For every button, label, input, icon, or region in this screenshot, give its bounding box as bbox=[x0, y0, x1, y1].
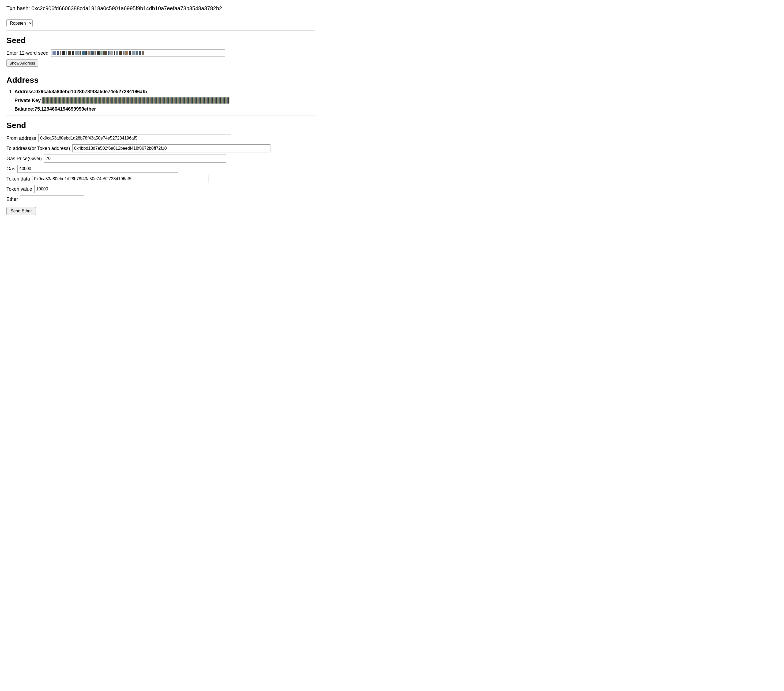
gas-price-row: Gas Price(Gwei) bbox=[7, 155, 315, 163]
px bbox=[66, 51, 67, 55]
from-address-row: From address bbox=[7, 134, 315, 142]
balance-value: 75.1294664194699999ether bbox=[35, 106, 96, 112]
txn-hash-value: 0xc2c906fd6606388cda1918a0c5901a6995f9b1… bbox=[31, 5, 222, 11]
to-address-label: To address(or Token address) bbox=[7, 146, 70, 151]
seed-section: Seed Enter 12-word seed bbox=[7, 36, 315, 67]
address-value: 0x9ca53a80ebd1d28b78f43a50e74e527284196a… bbox=[35, 89, 147, 94]
px bbox=[114, 51, 115, 55]
px bbox=[110, 51, 113, 55]
seed-section-title: Seed bbox=[7, 36, 315, 45]
token-data-row: Token data bbox=[7, 175, 315, 183]
divider-1 bbox=[7, 16, 315, 16]
gas-label: Gas bbox=[7, 166, 15, 172]
send-btn-row: Send Ether bbox=[7, 205, 315, 215]
divider-2 bbox=[7, 30, 315, 31]
px bbox=[91, 51, 94, 55]
txn-hash: Txn hash: 0xc2c906fd6606388cda1918a0c590… bbox=[7, 5, 315, 12]
show-address-button[interactable]: Show Address bbox=[7, 59, 38, 67]
to-address-input[interactable] bbox=[72, 144, 270, 152]
seed-input-visual[interactable] bbox=[51, 49, 225, 57]
to-address-row: To address(or Token address) bbox=[7, 144, 315, 152]
px bbox=[97, 51, 100, 55]
token-value-input[interactable] bbox=[34, 185, 216, 193]
px bbox=[103, 51, 107, 55]
gas-input[interactable] bbox=[17, 165, 178, 173]
divider-3 bbox=[7, 70, 315, 70]
px bbox=[79, 51, 81, 55]
px bbox=[57, 51, 59, 55]
network-select-container: Ropsten Mainnet Rinkeby Kovan bbox=[7, 19, 315, 27]
private-key-line: Private Key bbox=[15, 97, 315, 104]
px bbox=[129, 51, 131, 55]
px bbox=[62, 51, 65, 55]
from-address-label: From address bbox=[7, 135, 36, 141]
px bbox=[108, 51, 110, 55]
px bbox=[142, 51, 144, 55]
px bbox=[139, 51, 142, 55]
px bbox=[75, 51, 79, 55]
ether-input[interactable] bbox=[20, 195, 84, 203]
px bbox=[125, 51, 128, 55]
balance-line: Balance:75.1294664194699999ether bbox=[15, 106, 315, 112]
seed-label: Enter 12-word seed bbox=[7, 50, 48, 56]
divider-4 bbox=[7, 115, 315, 115]
px bbox=[94, 51, 96, 55]
px bbox=[132, 51, 135, 55]
address-value-line: Address:0x9ca53a80ebd1d28b78f43a50e74e52… bbox=[15, 89, 315, 94]
address-section: Address Address:0x9ca53a80ebd1d28b78f43a… bbox=[7, 76, 315, 112]
send-ether-button[interactable]: Send Ether bbox=[7, 207, 36, 215]
from-address-input[interactable] bbox=[38, 134, 231, 142]
ether-label: Ether bbox=[7, 196, 18, 202]
address-section-title: Address bbox=[7, 76, 315, 85]
gas-row: Gas bbox=[7, 165, 315, 173]
px bbox=[136, 51, 138, 55]
px bbox=[82, 51, 85, 55]
send-form: From address To address(or Token address… bbox=[7, 134, 315, 215]
px bbox=[119, 51, 122, 55]
address-item-1: Address:0x9ca53a80ebd1d28b78f43a50e74e52… bbox=[15, 89, 315, 112]
px bbox=[116, 51, 118, 55]
send-section-title: Send bbox=[7, 121, 315, 130]
address-label: Address: bbox=[15, 89, 35, 94]
token-data-input[interactable] bbox=[32, 175, 209, 183]
px bbox=[86, 51, 87, 55]
txn-hash-label: Txn hash: bbox=[7, 5, 30, 11]
send-section: Send From address To address(or Token ad… bbox=[7, 121, 315, 215]
seed-pixels bbox=[51, 49, 225, 56]
ether-row: Ether bbox=[7, 195, 315, 203]
token-value-row: Token value bbox=[7, 185, 315, 193]
token-value-label: Token value bbox=[7, 186, 32, 192]
address-list-item: Address:0x9ca53a80ebd1d28b78f43a50e74e52… bbox=[15, 89, 315, 112]
px bbox=[123, 51, 125, 55]
px bbox=[68, 51, 71, 55]
address-list: Address:0x9ca53a80ebd1d28b78f43a50e74e52… bbox=[15, 89, 315, 112]
balance-label: Balance: bbox=[15, 106, 35, 112]
px bbox=[100, 51, 102, 55]
px bbox=[60, 51, 61, 55]
private-key-label: Private Key bbox=[15, 98, 41, 103]
px bbox=[87, 51, 90, 55]
px bbox=[72, 51, 74, 55]
network-dropdown[interactable]: Ropsten Mainnet Rinkeby Kovan bbox=[7, 19, 33, 27]
token-data-label: Token data bbox=[7, 176, 30, 182]
px bbox=[53, 51, 56, 55]
gas-price-input[interactable] bbox=[44, 155, 226, 163]
gas-price-label: Gas Price(Gwei) bbox=[7, 156, 42, 162]
private-key-blur bbox=[42, 97, 229, 104]
seed-input-row: Enter 12-word seed bbox=[7, 49, 315, 57]
